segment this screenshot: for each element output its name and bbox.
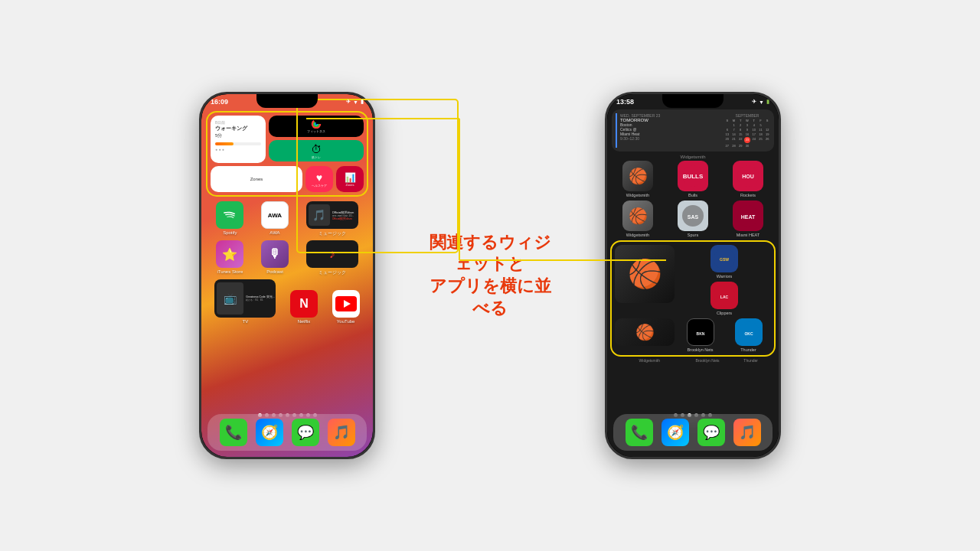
schedule-widget: WED, SEPTEMBER 23 TOMORROW Boston Celtic…: [612, 109, 774, 152]
awa-app[interactable]: AWA AWA: [261, 201, 289, 237]
ws-bottom-photo[interactable]: 🏀: [615, 318, 675, 346]
phone2-screen: 13:58 ✈ ▼ ▮ WED, SEPTEMBER 23 TOMORROW B…: [607, 94, 779, 457]
airplane-icon: ✈: [346, 99, 351, 105]
phone1-app-row3: 📺 Greatness Code 栄光... 続ける・S1、E1 TV N: [201, 278, 373, 325]
phone2-messages-dock-icon[interactable]: 💬: [697, 419, 725, 446]
podcast-label: Podcast: [266, 269, 283, 274]
awa-label: AWA: [270, 230, 279, 235]
battery-icon: ▮: [361, 99, 364, 105]
phone1-screen: 16:09 ✈ ▼ ▮ 8日前: [201, 94, 373, 457]
phone1-widget-group: 8日前 ウォーキング 5分 ● ● ●: [206, 111, 368, 197]
phone2-phone-dock-icon[interactable]: 📞: [626, 419, 653, 446]
tv-label: TV: [242, 319, 248, 324]
music-dock-icon[interactable]: 🎵: [328, 419, 355, 446]
itunes-label: iTunes Store: [217, 269, 243, 274]
music-widget-app[interactable]: 🎵 Official髭男dism one-man tour 20... Offi…: [306, 201, 358, 237]
kintore-widget: ⏱ 筋トレ: [269, 140, 364, 161]
rockets-app[interactable]: HOU Rockets: [722, 161, 774, 197]
rockets-label: Rockets: [740, 193, 756, 197]
nets-label: Brooklyn Nets: [687, 347, 713, 352]
music-info: Official髭男dism one-man tour 20... Offici…: [332, 210, 356, 220]
phone2-dock: 📞 🧭 💬 🎵: [613, 414, 773, 451]
kintore-label: 筋トレ: [312, 155, 321, 159]
center-annotation: 関連するウィジェットと アプリを横に並べる: [421, 232, 559, 319]
phone-dock-icon[interactable]: 📞: [220, 419, 247, 446]
ws-jordan-app[interactable]: 🏀 Widgetsmith: [612, 161, 664, 197]
fitness-widget: フィットネス: [269, 116, 364, 137]
podcast-app[interactable]: 🎙 Podcast: [261, 240, 289, 276]
ws-mid-app[interactable]: 🏀 Widgetsmith: [612, 201, 664, 237]
phone1-app-row1: Spotify AWA AWA 🎵: [201, 197, 373, 239]
walk-duration: 5分: [215, 132, 261, 139]
phone2-yellow-section: 🏀 GSW Warriors: [610, 240, 776, 357]
heat-label: Miami HEAT: [737, 233, 760, 237]
phone2-music-dock-icon[interactable]: 🎵: [733, 419, 761, 446]
youtube-app[interactable]: YouTube: [332, 290, 360, 324]
warriors-app[interactable]: GSW Warriors: [678, 245, 771, 279]
netflix-icon: N: [290, 290, 318, 318]
itunes-icon: ⭐: [216, 240, 243, 268]
walk-progress-bar: [215, 142, 261, 145]
youtube-label: YouTube: [337, 319, 355, 324]
zones-small-widget: 📊 Zones: [336, 166, 364, 192]
phone1-top-widget-row: 8日前 ウォーキング 5分 ● ● ●: [211, 116, 364, 163]
warriors-photo[interactable]: 🏀: [615, 245, 675, 303]
tv-thumbnail: 📺: [217, 282, 243, 315]
spotify-icon: [216, 201, 243, 229]
ws-jordan-label: Widgetsmith: [626, 193, 649, 197]
warriors-icon: GSW: [710, 245, 738, 272]
walk-activity: ウォーキング: [215, 125, 261, 132]
clippers-app[interactable]: LAC Clippers: [678, 282, 771, 315]
ws-mid-label: Widgetsmith: [626, 233, 649, 237]
tv-app[interactable]: 📺 Greatness Code 栄光... 続ける・S1、E1 TV: [214, 279, 276, 324]
tv-info: Greatness Code 栄光... 続ける・S1、E1: [246, 295, 274, 302]
thunder-app[interactable]: OKC Thunder: [726, 318, 771, 352]
kintore-icon: ⏱: [311, 143, 322, 155]
phone1-content: 8日前 ウォーキング 5分 ● ● ●: [201, 109, 373, 457]
phone1-time: 16:09: [211, 98, 228, 106]
walk-progress-fill: [215, 142, 234, 145]
phone2-content: WED, SEPTEMBER 23 TOMORROW Boston Celtic…: [607, 109, 779, 457]
podcast-icon: 🎙: [261, 240, 289, 268]
itunes-app[interactable]: ⭐ iTunes Store: [216, 240, 243, 276]
phone2-yellow-border: 🏀 GSW Warriors: [610, 240, 776, 357]
sched-time: 9:30–12:30: [620, 136, 720, 141]
svg-text:LAC: LAC: [720, 295, 729, 299]
nba-mid-row: 🏀 Widgetsmith SAS Spurs HEAT: [607, 201, 779, 237]
phone2-time: 13:58: [616, 98, 634, 106]
netflix-label: Netflix: [298, 319, 311, 324]
widgetsmith-label-top: Widgetsmith: [607, 155, 779, 159]
music-note-label: ミュージック: [318, 269, 346, 276]
spurs-icon: SAS: [678, 201, 708, 231]
phone2-status-icons: ✈ ▼ ▮: [752, 99, 769, 105]
fitness-label: フィットネス: [307, 129, 325, 133]
phone2-yellow-bottom: 🏀 BKN Brooklyn Nets: [615, 318, 771, 352]
activity-rings: [309, 119, 324, 129]
phone2-safari-dock-icon[interactable]: 🧭: [662, 419, 689, 446]
safari-dock-icon[interactable]: 🧭: [256, 419, 283, 446]
music-note-icon: ♪: [306, 240, 358, 268]
spurs-app[interactable]: SAS Spurs: [667, 201, 719, 237]
svg-text:HOU: HOU: [742, 174, 754, 179]
bulls-app[interactable]: BULLS Bulls: [667, 161, 719, 197]
phone1-bottom-widget-row: Zones ♥ ヘルスケア 📊 Zones: [211, 166, 364, 192]
thunder-bottom-label: Thunder: [736, 358, 766, 363]
zones-small-icon: 📊: [345, 172, 356, 183]
music-note-app[interactable]: ♪ ミュージック: [306, 240, 358, 276]
netflix-app[interactable]: N Netflix: [290, 290, 318, 324]
svg-text:HEAT: HEAT: [741, 214, 756, 220]
spotify-app[interactable]: Spotify: [216, 201, 243, 237]
phone2-yellow-top: 🏀 GSW Warriors: [615, 245, 771, 315]
svg-text:BULLS: BULLS: [683, 173, 704, 180]
clippers-icon: LAC: [710, 282, 738, 309]
battery-icon2: ▮: [766, 99, 769, 105]
messages-dock-icon[interactable]: 💬: [292, 419, 319, 446]
zones-big-widget: Zones: [211, 166, 302, 192]
svg-text:SAS: SAS: [688, 214, 699, 220]
nba-top-row: 🏀 Widgetsmith BULLS Bulls HOU: [607, 161, 779, 197]
heat-app[interactable]: HEAT Miami HEAT: [722, 201, 774, 237]
cal-grid: SMTWTFS 12345 6789101112 13141516171819 …: [724, 119, 770, 148]
nets-app[interactable]: BKN Brooklyn Nets: [678, 318, 723, 352]
wifi-icon2: ▼: [759, 99, 764, 105]
rockets-icon: HOU: [733, 161, 763, 191]
